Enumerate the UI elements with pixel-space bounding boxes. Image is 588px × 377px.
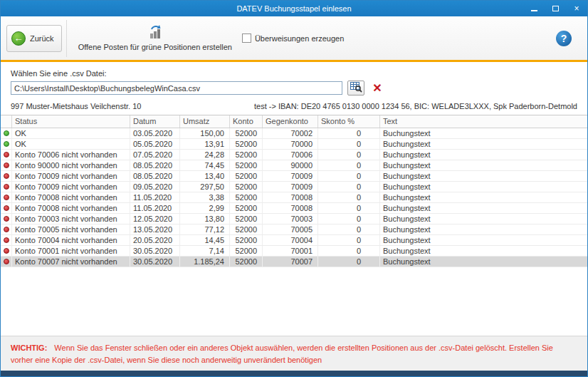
transfers-checkbox[interactable] — [242, 33, 251, 43]
status-dot-cell — [1, 160, 12, 170]
konto-cell: 52000 — [230, 214, 263, 224]
status-cell: Konto 70003 nicht vorhanden — [12, 214, 130, 224]
csv-path-input[interactable] — [11, 81, 342, 95]
status-dot-cell — [1, 171, 12, 181]
status-error-icon — [4, 195, 9, 200]
skonto-cell: 0 — [318, 224, 380, 234]
info-row: 997 Muster-Mietshaus Veilchenstr. 10 tes… — [11, 102, 577, 110]
header-umsatz[interactable]: Umsatz — [180, 115, 230, 128]
create-open-items-button[interactable]: Offene Posten für grüne Positionen erste… — [71, 19, 239, 58]
text-cell: Buchungstext — [380, 224, 587, 234]
table-row[interactable]: Konto 70003 nicht vorhanden12.05.202013,… — [1, 214, 587, 224]
table-row[interactable]: OK03.05.2020150,0052000700020Buchungstex… — [1, 128, 587, 139]
table-row[interactable]: Konto 70009 nicht vorhanden08.05.202013,… — [1, 171, 587, 182]
skonto-cell: 0 — [318, 246, 380, 256]
umsatz-cell: 297,50 — [180, 182, 230, 192]
help-button[interactable]: ? — [556, 31, 572, 46]
header-gegenkonto[interactable]: Gegenkonto — [263, 115, 318, 128]
table-row[interactable]: Konto 70005 nicht vorhanden13.05.202077,… — [1, 224, 587, 235]
text-cell: Buchungstext — [380, 257, 587, 267]
umsatz-cell: 74,45 — [180, 160, 230, 170]
gegenkonto-cell: 70003 — [263, 214, 318, 224]
skonto-cell: 0 — [318, 257, 380, 267]
minimize-button[interactable] — [523, 1, 545, 16]
bank-account-info-text: test -> IBAN: DE20 4765 0130 0000 1234 5… — [254, 102, 577, 110]
status-cell: OK — [12, 139, 130, 149]
header-skonto[interactable]: Skonto % — [318, 115, 380, 128]
table-row[interactable]: OK05.05.202013,9152000700000Buchungstext — [1, 139, 587, 150]
konto-cell: 52000 — [230, 192, 263, 202]
status-cell: Konto 70009 nicht vorhanden — [12, 182, 130, 192]
table-row[interactable]: Konto 70009 nicht vorhanden09.05.2020297… — [1, 182, 587, 192]
warning-text: Wenn Sie das Fenster schließen oder ein … — [11, 344, 553, 364]
datum-cell: 11.05.2020 — [130, 192, 180, 202]
header-status[interactable]: Status — [12, 115, 130, 128]
skonto-cell: 0 — [318, 203, 380, 213]
transfers-checkbox-row[interactable]: Überweisungen erzeugen — [242, 33, 344, 43]
file-row: ✕ — [11, 81, 587, 95]
header-datum[interactable]: Datum — [130, 115, 180, 128]
status-dot-cell — [1, 203, 12, 213]
umsatz-cell: 2,99 — [180, 203, 230, 213]
datum-cell: 08.05.2020 — [130, 171, 180, 181]
table-row[interactable]: Konto 70004 nicht vorhanden20.05.202014,… — [1, 235, 587, 246]
status-cell: OK — [12, 128, 130, 138]
status-ok-icon — [4, 130, 9, 136]
status-dot-cell — [1, 182, 12, 192]
back-button[interactable]: ← Zurück — [6, 25, 62, 52]
table-row[interactable]: Konto 90000 nicht vorhanden08.05.202074,… — [1, 160, 587, 171]
table-row[interactable]: Konto 70001 nicht vorhanden30.05.20207,1… — [1, 246, 587, 257]
gegenkonto-cell: 70001 — [263, 246, 318, 256]
text-cell: Buchungstext — [380, 203, 587, 213]
close-button[interactable]: × — [566, 1, 587, 16]
gegenkonto-cell: 70005 — [263, 224, 318, 234]
browse-grid-magnifier-icon — [350, 82, 362, 94]
datum-cell: 30.05.2020 — [130, 257, 180, 267]
status-cell: Konto 70008 nicht vorhanden — [12, 192, 130, 202]
browse-button[interactable] — [347, 81, 364, 95]
skonto-cell: 0 — [318, 150, 380, 160]
status-cell: Konto 70001 nicht vorhanden — [12, 246, 130, 256]
datum-cell: 05.05.2020 — [130, 139, 180, 149]
text-cell: Buchungstext — [380, 150, 587, 160]
text-cell: Buchungstext — [380, 235, 587, 245]
property-info-text: 997 Muster-Mietshaus Veilchenstr. 10 — [11, 102, 141, 110]
header-status-icon-col[interactable] — [1, 115, 12, 128]
konto-cell: 52000 — [230, 171, 263, 181]
table-row[interactable]: Konto 70008 nicht vorhanden11.05.20203,3… — [1, 192, 587, 203]
status-dot-cell — [1, 192, 12, 202]
status-error-icon — [4, 173, 9, 179]
gegenkonto-cell: 70009 — [263, 182, 318, 192]
csv-file-label: Wählen Sie eine .csv Datei: — [11, 69, 587, 78]
back-arrow-icon: ← — [11, 31, 26, 46]
toolbar: ← Zurück Offene Posten für grüne Positio… — [1, 16, 587, 60]
table-row[interactable]: Konto 70006 nicht vorhanden07.05.202024,… — [1, 150, 587, 160]
status-dot-cell — [1, 214, 12, 224]
maximize-button[interactable] — [545, 1, 566, 16]
status-dot-cell — [1, 128, 12, 138]
konto-cell: 52000 — [230, 224, 263, 234]
window-bottom-frame — [1, 371, 587, 376]
text-cell: Buchungstext — [380, 214, 587, 224]
umsatz-cell: 14,45 — [180, 235, 230, 245]
status-error-icon — [4, 237, 9, 243]
datum-cell: 20.05.2020 — [130, 235, 180, 245]
clear-file-button[interactable]: ✕ — [369, 81, 385, 95]
konto-cell: 52000 — [230, 246, 263, 256]
header-text[interactable]: Text — [380, 115, 587, 128]
konto-cell: 52000 — [230, 128, 263, 138]
status-error-icon — [4, 205, 9, 211]
status-error-icon — [4, 259, 9, 264]
table-row[interactable]: Konto 70007 nicht vorhanden30.05.20201.1… — [1, 257, 587, 267]
table-header-row: Status Datum Umsatz Konto Gegenkonto Sko… — [1, 115, 587, 128]
status-dot-cell — [1, 257, 12, 267]
header-konto[interactable]: Konto — [230, 115, 263, 128]
table-row[interactable]: Konto 70008 nicht vorhanden11.05.20202,9… — [1, 203, 587, 214]
maximize-icon — [552, 6, 559, 11]
umsatz-cell: 150,00 — [180, 128, 230, 138]
skonto-cell: 0 — [318, 192, 380, 202]
text-cell: Buchungstext — [380, 160, 587, 170]
datum-cell: 12.05.2020 — [130, 214, 180, 224]
back-button-label: Zurück — [30, 34, 54, 43]
status-dot-cell — [1, 246, 12, 256]
